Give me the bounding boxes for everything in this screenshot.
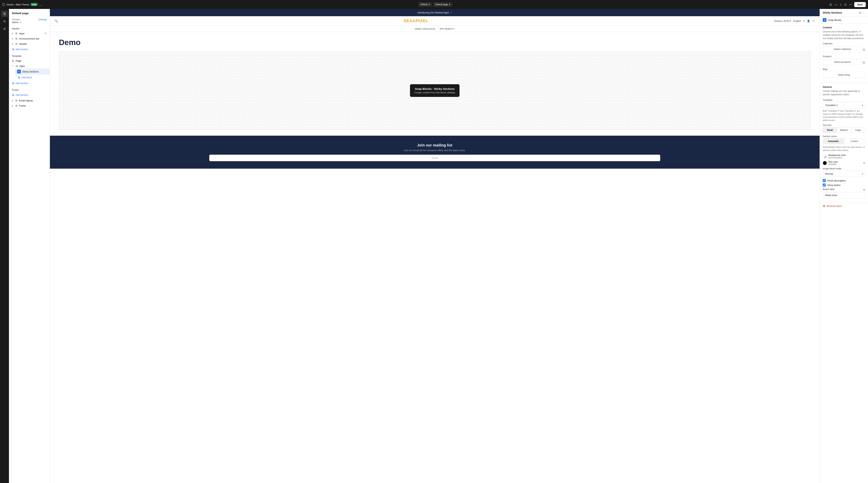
text-color-hex: #000000 [828, 163, 862, 166]
sidebar-item-apps-template[interactable]: ▼ ⊞ Apps [9, 63, 50, 68]
section-colors-desc: Automatically select colors for each sec… [823, 145, 865, 152]
text-color-info: Text color #000000 [828, 161, 862, 166]
default-page-dropdown[interactable]: Default page ▾ [433, 2, 452, 7]
plus-icon: ⊕ [12, 81, 14, 85]
topbar-left: ⬡ Sense - Main Theme Live ... [2, 2, 42, 6]
content-section-title: Content [823, 26, 865, 29]
transition-label: Transition [823, 99, 865, 102]
more-options-button[interactable]: ... [39, 3, 42, 6]
search-icon[interactable]: 🔍 [54, 19, 58, 23]
show-description-checkbox[interactable] [823, 179, 826, 182]
change-button[interactable]: Change [38, 18, 47, 21]
text-size-field: Text size Small Medium Large [823, 124, 865, 133]
default-page-label: Default page [435, 3, 448, 6]
select-blog-button[interactable]: Select blog [823, 72, 865, 78]
add-block-label: Add block [22, 76, 32, 79]
products-label: Products [823, 55, 865, 58]
preview-nav: 🔍 SEAAPIXEL Greece | EUR € English ▾ 👤 🛒 [50, 16, 819, 26]
desktop-view-button[interactable]: ⊞ [829, 2, 833, 7]
text-size-group: Small Medium Large [823, 127, 865, 133]
sidebar-item-header[interactable]: ▶ ⊞ Header [9, 41, 50, 47]
sidebar-section-template: Template ⊞ Page ▼ ⊞ Apps S Sticky Sectio… [9, 53, 50, 86]
button-label-header: Button label ⊟ [823, 188, 865, 191]
plus-icon: ⊕ [18, 76, 20, 79]
nav-icons: 👤 🛒 [807, 20, 815, 22]
background-color-name: Background color [828, 154, 865, 157]
text-size-large-button[interactable]: Large [851, 127, 865, 133]
sidebar-item-footer[interactable]: ▶ ⊞ Footer [9, 103, 50, 108]
topbar-center: Default ▾ Default page ▾ [418, 2, 452, 7]
text-color-swatch[interactable] [823, 161, 827, 165]
footer-icon: ⊞ [15, 104, 18, 107]
general-section-title: General [823, 86, 865, 88]
account-icon[interactable]: 👤 [807, 20, 810, 22]
undo-button[interactable]: ↩ [849, 2, 853, 7]
show-button-checkbox[interactable] [823, 183, 826, 187]
products-db-icon[interactable]: ⊟ [863, 61, 865, 64]
header-section-label: Header [9, 26, 50, 31]
text-size-medium-button[interactable]: Medium [837, 127, 851, 133]
snap-blocks-label: Snap Blocks [828, 19, 841, 22]
section-colors-automatic-button[interactable]: Automatic [823, 139, 844, 144]
more-options-icon[interactable]: ⋯ [862, 11, 865, 14]
show-button-row: Show button [823, 183, 865, 187]
header-item-label: Header [19, 42, 27, 45]
image-blend-mode-label: Image blend mode [823, 167, 865, 170]
page-title: Demo [59, 38, 811, 47]
button-label-input[interactable] [823, 192, 865, 198]
remove-block-button[interactable]: 🗑 Remove block [820, 203, 868, 209]
footer-add-section-button[interactable]: ⊕ Add section [9, 92, 50, 98]
preview-label: Preview [12, 18, 20, 21]
demo-link[interactable]: ↗ [20, 21, 22, 24]
button-label-db-icon[interactable]: ⊟ [863, 189, 865, 191]
database-icon[interactable]: ⊟ [859, 11, 861, 14]
tooltip-subtitle: Assign content from the block settings [414, 91, 455, 94]
tablet-view-button[interactable]: ▭ [834, 2, 838, 7]
menu-item-app-demos[interactable]: APP DEMOS ▾ [440, 28, 455, 30]
default-dropdown[interactable]: Default ▾ [418, 2, 432, 7]
select-collection-button[interactable]: Select collection [823, 46, 862, 52]
footer-item-label: Footer [19, 104, 26, 107]
settings-icon-button[interactable]: ⚙ [1, 18, 8, 25]
sidebar-item-email-signup[interactable]: ▶ ⊞ Email signup [9, 98, 50, 103]
menu-item-demo-catalogue[interactable]: DEMO CATALOGUE [415, 28, 435, 30]
image-blend-select[interactable]: Normal Multiply Screen Overlay [823, 171, 865, 177]
show-description-row: Show description [823, 179, 865, 182]
sidebar: Default page Preview Change Demo ↗ Heade… [9, 9, 50, 483]
sidebar-item-page[interactable]: ⊞ Page [9, 58, 50, 63]
grid-view-button[interactable]: ⊟ [843, 2, 847, 7]
topbar-right: ⊞ ▭ ▯ ⊟ ↩ Save [829, 2, 866, 7]
select-products-button[interactable]: Select products [823, 59, 862, 65]
save-button[interactable]: Save [854, 2, 866, 7]
trash-icon: 🗑 [823, 204, 825, 207]
template-add-section-button[interactable]: ⊕ Add section [9, 80, 50, 86]
text-size-small-button[interactable]: Small [823, 127, 837, 133]
content-description: Choose one of the following options. If … [823, 30, 865, 40]
text-color-db-icon[interactable]: ⊟ [863, 162, 865, 164]
collection-db-icon[interactable]: ⊟ [863, 48, 865, 51]
transition-select[interactable]: Transition 1 Transition 2 Transition 3 T… [823, 102, 865, 108]
sidebar-item-announcement-bar[interactable]: ▶ ⊞ Announcement bar [9, 36, 50, 41]
live-badge: Live [31, 3, 38, 6]
chevron-down-icon: ▾ [429, 3, 430, 6]
cart-icon[interactable]: 🛒 [812, 20, 815, 22]
add-section-label: Add section [16, 48, 28, 51]
add-block-button[interactable]: ⊕ Add block [15, 75, 50, 80]
show-button-label: Show button [827, 184, 841, 187]
shopify-icon: ⬡ [2, 2, 5, 6]
background-color-swatch[interactable] [823, 154, 827, 159]
apps-icon-button[interactable]: ⊞ [1, 25, 8, 32]
footer-email-input[interactable]: Email [209, 155, 660, 161]
header-add-section-button[interactable]: ⊕ Add section [9, 47, 50, 52]
snap-blocks-tooltip: Snap Blocks · Sticky Sections Assign con… [410, 84, 460, 97]
section-colors-custom-button[interactable]: Custom [844, 139, 865, 144]
section-colors-label: Section colors [823, 135, 865, 138]
sidebar-item-sticky-sections[interactable]: S Sticky Sections [15, 68, 50, 75]
topbar-icon-group: ⊞ ▭ ▯ ⊟ [829, 2, 847, 7]
products-field: Products Select products ⊟ [823, 55, 865, 66]
sidebar-item-apps[interactable]: ▶ ⊞ Apps 👁 [9, 31, 50, 36]
footer-subtitle: Join our email list for exclusive offers… [59, 149, 811, 152]
sections-icon-button[interactable]: ☰ [1, 10, 8, 17]
mobile-view-button[interactable]: ▯ [839, 2, 842, 7]
apps-section-icon: ⊞ [15, 32, 18, 35]
